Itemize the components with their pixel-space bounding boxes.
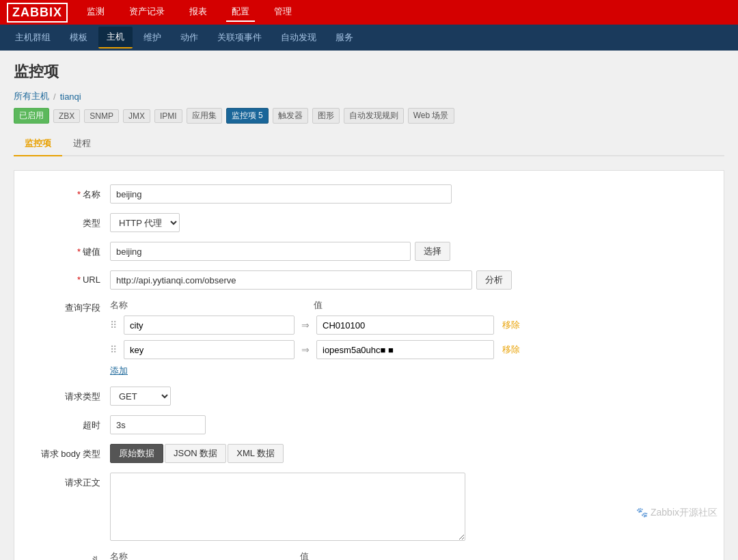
qf-value-header: 值: [314, 299, 323, 311]
request-type-select-row: GET POST PUT DELETE HEAD PATCH: [110, 387, 171, 406]
subnav-services[interactable]: 服务: [327, 27, 361, 48]
required-star-url: *: [77, 275, 81, 285]
nav-admin[interactable]: 管理: [269, 3, 297, 22]
name-label: *名称: [28, 184, 110, 201]
remove-link-1[interactable]: 移除: [502, 344, 520, 356]
form-row-type: 类型 HTTP 代理: [28, 213, 710, 232]
tag-enabled[interactable]: 已启用: [14, 108, 49, 124]
form-row-timeout: 超时: [28, 415, 710, 434]
breadcrumb-host[interactable]: tianqi: [60, 92, 81, 102]
breadcrumb-all-hosts[interactable]: 所有主机: [14, 90, 49, 102]
timeout-input[interactable]: [110, 415, 206, 434]
query-fields-block: 名称 值 ⠿ ⇒ 移除 ⠿ ⇒ 移除: [110, 299, 520, 377]
add-link[interactable]: 添加: [110, 365, 128, 376]
tags-row: 已启用 ZBX SNMP JMX IPMI 应用集 监控项 5 触发器 图形 自…: [14, 108, 724, 124]
nav-monitor[interactable]: 监测: [81, 3, 110, 22]
logo: ZABBIX: [7, 3, 68, 23]
top-nav-items: 监测 资产记录 报表 配置 管理: [81, 3, 297, 22]
sub-nav: 主机群组 模板 主机 维护 动作 关联项事件 自动发现 服务: [0, 25, 738, 51]
form-container: *名称 类型 HTTP 代理 *键值 选择 *URL 分析: [14, 170, 724, 560]
head-cols: 名称 值: [110, 550, 309, 560]
tag-app-set[interactable]: 应用集: [187, 108, 222, 124]
analyze-button[interactable]: 分析: [476, 270, 512, 290]
name-input[interactable]: [110, 184, 452, 204]
nav-config[interactable]: 配置: [226, 3, 255, 22]
tag-ipmi[interactable]: IPMI: [154, 109, 182, 123]
breadcrumb: 所有主机 / tianqi: [14, 90, 724, 102]
query-label: 查询字段: [28, 299, 110, 314]
qf-value-input-0[interactable]: [316, 316, 494, 335]
body-type-label: 请求 body 类型: [28, 444, 110, 460]
query-field-row-1: ⠿ ⇒ 移除: [110, 340, 520, 359]
drag-handle-0[interactable]: ⠿: [110, 320, 120, 331]
body-type-xml[interactable]: XML 数据: [228, 444, 284, 463]
nav-assets[interactable]: 资产记录: [124, 3, 170, 22]
tag-zbx[interactable]: ZBX: [53, 109, 80, 123]
qf-name-header: 名称: [110, 299, 295, 311]
form-row-key: *键值 选择: [28, 242, 710, 261]
remove-link-0[interactable]: 移除: [502, 319, 520, 331]
subnav-maintenance[interactable]: 维护: [135, 27, 169, 48]
form-row-name: *名称: [28, 184, 710, 204]
form-row-request-body: 请求正文: [28, 473, 710, 541]
timeout-label: 超时: [28, 415, 110, 432]
form-row-head: 头 名称 值: [28, 550, 710, 560]
qf-arrow-1: ⇒: [299, 344, 312, 355]
tag-snmp[interactable]: SNMP: [84, 109, 119, 123]
top-nav: ZABBIX 监测 资产记录 报表 配置 管理: [0, 0, 738, 25]
tab-process[interactable]: 进程: [62, 132, 102, 156]
head-name-col: 名称: [110, 550, 295, 560]
body-type-json[interactable]: JSON 数据: [165, 444, 226, 463]
type-label: 类型: [28, 213, 110, 229]
qf-name-input-1[interactable]: [124, 340, 295, 359]
qf-name-input-0[interactable]: [124, 316, 295, 335]
tag-triggers[interactable]: 触发器: [273, 108, 308, 124]
nav-reports[interactable]: 报表: [184, 3, 213, 22]
subnav-discovery[interactable]: 自动发现: [273, 27, 325, 48]
add-row: 添加: [110, 365, 520, 377]
body-type-raw[interactable]: 原始数据: [110, 444, 163, 463]
tag-web-scenarios[interactable]: Web 场景: [408, 108, 454, 124]
request-type-label: 请求类型: [28, 387, 110, 403]
tag-discovery-rules[interactable]: 自动发现规则: [344, 108, 404, 124]
tag-items[interactable]: 监控项 5: [226, 108, 269, 124]
subnav-hosts[interactable]: 主机: [98, 27, 133, 48]
key-label: *键值: [28, 242, 110, 258]
head-value-col: 值: [300, 550, 309, 560]
form-row-query: 查询字段 名称 值 ⠿ ⇒ 移除 ⠿: [28, 299, 710, 377]
request-type-select[interactable]: GET POST PUT DELETE HEAD PATCH: [110, 387, 171, 406]
type-select[interactable]: HTTP 代理: [110, 213, 180, 232]
required-star-key: *: [77, 247, 81, 257]
qf-arrow-0: ⇒: [299, 320, 312, 331]
page-title: 监控项: [14, 61, 724, 82]
query-field-row-0: ⠿ ⇒ 移除: [110, 316, 520, 335]
required-star-name: *: [77, 189, 81, 199]
subnav-host-groups[interactable]: 主机群组: [7, 27, 59, 48]
body-type-group: 原始数据 JSON 数据 XML 数据: [110, 444, 284, 463]
url-label: *URL: [28, 270, 110, 285]
url-input[interactable]: [110, 270, 472, 290]
request-body-label: 请求正文: [28, 473, 110, 489]
tag-jmx[interactable]: JMX: [123, 109, 150, 123]
page-content: 监控项 所有主机 / tianqi 已启用 ZBX SNMP JMX IPMI …: [0, 51, 738, 560]
subnav-correlation[interactable]: 关联项事件: [209, 27, 270, 48]
tag-graphs[interactable]: 图形: [312, 108, 340, 124]
form-row-body-type: 请求 body 类型 原始数据 JSON 数据 XML 数据: [28, 444, 710, 463]
tab-strip: 监控项 进程: [14, 132, 724, 156]
select-button[interactable]: 选择: [415, 242, 450, 261]
drag-handle-1[interactable]: ⠿: [110, 344, 120, 355]
key-input[interactable]: [110, 242, 411, 261]
head-label: 头: [28, 550, 110, 560]
query-fields-header: 名称 值: [110, 299, 520, 311]
subnav-actions[interactable]: 动作: [172, 27, 206, 48]
tab-items[interactable]: 监控项: [14, 132, 62, 156]
form-row-request-type: 请求类型 GET POST PUT DELETE HEAD PATCH: [28, 387, 710, 406]
request-body-textarea[interactable]: [110, 473, 465, 541]
breadcrumb-sep: /: [53, 92, 56, 102]
qf-value-input-1[interactable]: [316, 340, 494, 359]
subnav-templates[interactable]: 模板: [62, 27, 96, 48]
form-row-url: *URL 分析: [28, 270, 710, 290]
